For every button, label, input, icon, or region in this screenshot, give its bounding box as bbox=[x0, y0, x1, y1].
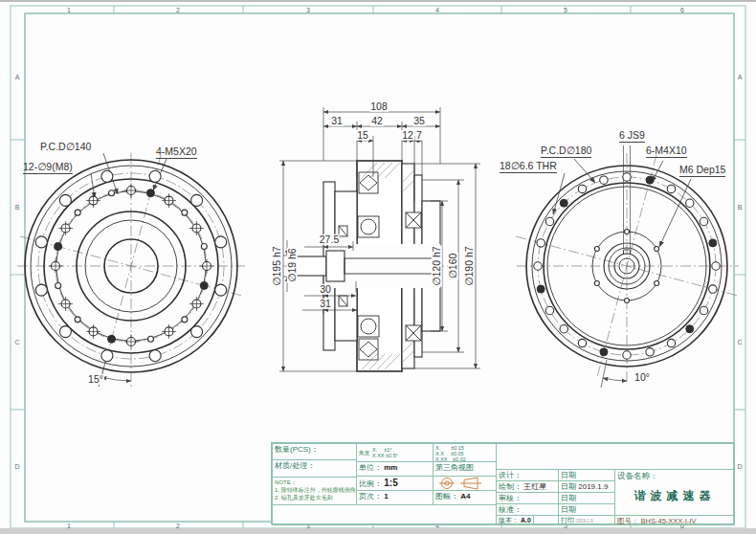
sheet-size-field: 图幅： A4 bbox=[433, 490, 497, 505]
zone-top-6: 6 bbox=[680, 7, 684, 13]
label-pcd140: P.C.D∅140 bbox=[40, 142, 91, 152]
device-name-label: 设备名称： bbox=[617, 471, 732, 481]
material-field: 材质/处理： bbox=[272, 459, 357, 478]
print-label: 打印 bbox=[561, 517, 574, 523]
print-note: 2019.1.9 bbox=[576, 519, 593, 523]
zone-top-3: 3 bbox=[306, 7, 310, 13]
note-line-2: 2. 钻孔及攻牙处去毛刺 bbox=[275, 494, 354, 501]
zone-top-2: 2 bbox=[176, 7, 180, 13]
dim-shaft-dia: ∅19 h6 bbox=[287, 247, 298, 282]
angle-tolerance-box: 角度 X. ±1° X.XX ±0.5° bbox=[356, 443, 434, 462]
scale-label: 比例： bbox=[359, 479, 382, 488]
label-18-thru-holes: 18∅6.6 THR bbox=[500, 161, 557, 173]
dim-seg-15: 15 bbox=[356, 130, 369, 141]
version-field: 版本： A.0 bbox=[496, 515, 534, 525]
dim-mid-dia: ∅160 bbox=[448, 253, 458, 280]
scale-value: 1:5 bbox=[384, 478, 397, 488]
notes-field: NOTE： 1. 除特殊标注外，外轮廓线倒角0.3mm 2. 钻孔及攻牙处去毛刺 bbox=[272, 477, 357, 505]
zone-top-4: 4 bbox=[435, 7, 439, 13]
projection-symbol-cell bbox=[433, 476, 497, 491]
label-6-m4-taps: 6-M4X10 bbox=[646, 145, 687, 158]
note-title: NOTE： bbox=[275, 478, 354, 486]
dim-seg-7: 7 bbox=[415, 130, 423, 141]
device-name-value: 谐波减速器 bbox=[617, 489, 732, 503]
dim-seg-35: 35 bbox=[412, 116, 426, 126]
small-blank-cell bbox=[533, 515, 559, 525]
unit-field: 单位： mm bbox=[356, 461, 434, 477]
label-12-holes: 12-∅9(M8) bbox=[23, 162, 73, 174]
empty-strip bbox=[272, 504, 497, 525]
zone-left-a: A bbox=[15, 74, 20, 80]
approve-date-label: 日期 bbox=[561, 505, 576, 514]
drawing-sheet: 1 2 3 4 5 6 1 2 3 4 5 6 A B C D A B C D … bbox=[0, 0, 756, 534]
dim-rear-hole-angle: 10° bbox=[634, 372, 651, 383]
sheet-size-label: 图幅： bbox=[435, 492, 458, 501]
dim-seg-31: 31 bbox=[330, 116, 344, 126]
version-value: A.0 bbox=[521, 517, 531, 523]
draw-date-value: 2019.1.9 bbox=[578, 482, 608, 491]
page-label: 页次： bbox=[359, 492, 382, 501]
dim-outer-dia: ∅195 h7 bbox=[272, 245, 282, 286]
draw-date-label: 日期 bbox=[561, 482, 576, 491]
zone-left-d: D bbox=[14, 463, 19, 470]
zone-top-5: 5 bbox=[564, 7, 567, 13]
angle-tol-label: 角度 bbox=[359, 450, 369, 456]
label-4-m5-screws: 4-M5X20 bbox=[156, 146, 197, 159]
zone-left-b: B bbox=[15, 204, 20, 211]
page-field: 页次： 1 bbox=[356, 490, 434, 505]
material-label: 材质/处理： bbox=[275, 461, 315, 470]
note-line-1: 1. 除特殊标注外，外轮廓线倒角0.3mm bbox=[275, 486, 354, 494]
qty-label: 数量(PCS)： bbox=[275, 445, 319, 454]
projection-label: 第三角视图 bbox=[435, 463, 474, 472]
version-label: 版本： bbox=[499, 517, 519, 523]
dim-27-5: 27.5 bbox=[319, 234, 340, 245]
design-date-label: 日期 bbox=[561, 471, 576, 479]
dim-seg-42: 42 bbox=[370, 116, 384, 126]
section-view bbox=[279, 107, 480, 371]
title-block: 数量(PCS)： 材质/处理： NOTE： 1. 除特殊标注外，外轮廓线倒角0.… bbox=[271, 442, 734, 524]
zone-top-1: 1 bbox=[67, 7, 71, 13]
page-value: 1 bbox=[384, 492, 388, 501]
scale-field: 比例： 1:5 bbox=[356, 476, 434, 491]
approve-label: 核准： bbox=[499, 505, 522, 514]
drawing-number-field: 图号： BHS-45-XXX-I-IV bbox=[614, 515, 735, 525]
zone-right-a: A bbox=[738, 74, 743, 80]
design-label: 设计： bbox=[499, 471, 522, 479]
check-label: 审核： bbox=[499, 494, 522, 502]
label-pcd180: P.C.D∅180 bbox=[541, 145, 591, 158]
dim-30: 30 bbox=[319, 284, 332, 295]
projection-label-cell: 第三角视图 bbox=[433, 461, 497, 477]
label-keyway-6js9: 6 JS9 bbox=[619, 130, 645, 143]
unit-label: 单位： bbox=[359, 463, 382, 472]
qty-field: 数量(PCS)： bbox=[272, 443, 357, 460]
blank-row bbox=[496, 443, 735, 470]
zone-right-c: C bbox=[737, 339, 742, 345]
unit-value: mm bbox=[384, 463, 397, 472]
zone-right-b: B bbox=[738, 204, 743, 211]
angle-tol-2: X.XX ±0.5° bbox=[372, 453, 398, 458]
linear-tolerance-box: X. ±0.15 X.X ±0.05 X.XX ±0.02 X.XXX ±0.0… bbox=[433, 443, 497, 462]
draw-name: 王红星 bbox=[523, 482, 546, 491]
print-field: 打印 2019.1.9 bbox=[558, 515, 615, 525]
device-name-field: 设备名称： 谐波减速器 bbox=[614, 469, 735, 516]
dim-flange-dia: ∅190 h7 bbox=[464, 245, 475, 286]
draw-label: 绘制： bbox=[499, 482, 522, 491]
drawing-number-label: 图号： bbox=[617, 517, 639, 525]
zone-right-d: D bbox=[737, 463, 742, 470]
dim-bore-dia: ∅120 h7 bbox=[432, 245, 442, 286]
third-angle-projection-icon bbox=[434, 477, 496, 490]
sheet-size-value: A4 bbox=[460, 492, 470, 501]
dim-front-hole-angle: 15° bbox=[87, 374, 104, 385]
label-m6-depth: M6 Dep15 bbox=[679, 165, 725, 177]
dim-31b: 31 bbox=[319, 299, 332, 309]
dim-seg-12: 12 bbox=[401, 130, 414, 141]
dim-overall-width: 108 bbox=[369, 101, 389, 112]
zone-left-c: C bbox=[14, 339, 19, 345]
check-date-label: 日期 bbox=[561, 494, 576, 502]
sheet-bottom-edge bbox=[0, 528, 756, 534]
drawing-number-value: BHS-45-XXX-I-IV bbox=[641, 517, 697, 525]
